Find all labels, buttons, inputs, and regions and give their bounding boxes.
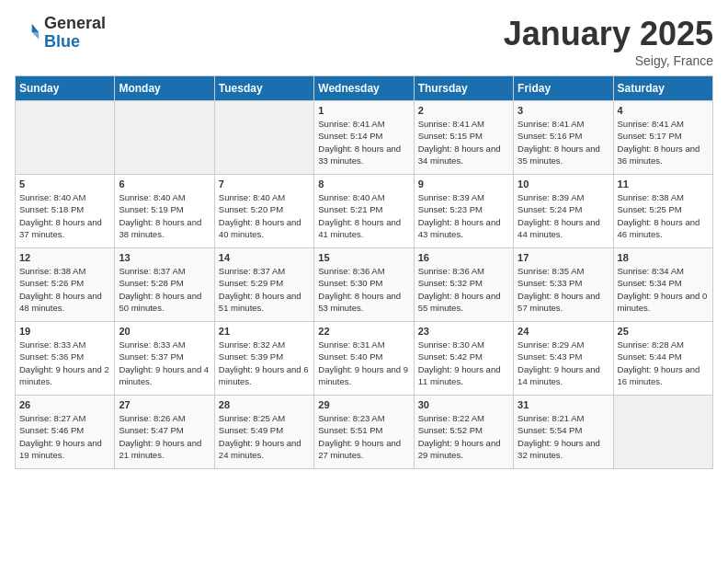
calendar-header-row: SundayMondayTuesdayWednesdayThursdayFrid… [16,76,713,101]
day-info: Sunrise: 8:41 AM Sunset: 5:17 PM Dayligh… [618,118,709,167]
day-number: 3 [518,105,609,116]
day-info: Sunrise: 8:35 AM Sunset: 5:33 PM Dayligh… [518,265,609,314]
day-number: 29 [318,399,409,410]
day-info: Sunrise: 8:40 AM Sunset: 5:21 PM Dayligh… [318,191,409,240]
day-cell: 27Sunrise: 8:26 AM Sunset: 5:47 PM Dayli… [115,396,214,469]
day-number: 25 [618,326,709,337]
day-info: Sunrise: 8:26 AM Sunset: 5:47 PM Dayligh… [119,412,210,461]
day-cell: 20Sunrise: 8:33 AM Sunset: 5:37 PM Dayli… [115,322,214,396]
location: Seigy, France [504,53,713,68]
day-number: 5 [19,178,110,190]
day-info: Sunrise: 8:23 AM Sunset: 5:51 PM Dayligh… [318,412,409,461]
day-number: 20 [119,326,210,337]
day-cell: 30Sunrise: 8:22 AM Sunset: 5:52 PM Dayli… [414,396,513,469]
calendar-table: SundayMondayTuesdayWednesdayThursdayFrid… [15,75,713,469]
day-info: Sunrise: 8:36 AM Sunset: 5:32 PM Dayligh… [418,265,509,314]
day-info: Sunrise: 8:40 AM Sunset: 5:18 PM Dayligh… [19,191,110,240]
day-info: Sunrise: 8:38 AM Sunset: 5:26 PM Dayligh… [19,265,110,314]
logo-general: General [44,15,106,33]
day-cell: 13Sunrise: 8:37 AM Sunset: 5:28 PM Dayli… [115,248,214,322]
logo-icon [15,20,40,46]
day-number: 19 [19,326,110,337]
day-info: Sunrise: 8:38 AM Sunset: 5:25 PM Dayligh… [618,191,709,240]
day-number: 21 [219,326,310,337]
day-number: 13 [119,252,210,263]
week-row-2: 5Sunrise: 8:40 AM Sunset: 5:18 PM Daylig… [16,175,713,248]
day-cell: 31Sunrise: 8:21 AM Sunset: 5:54 PM Dayli… [514,396,613,469]
day-cell: 22Sunrise: 8:31 AM Sunset: 5:40 PM Dayli… [314,322,414,396]
svg-marker-0 [32,24,39,32]
day-info: Sunrise: 8:41 AM Sunset: 5:15 PM Dayligh… [418,118,509,167]
day-cell: 6Sunrise: 8:40 AM Sunset: 5:19 PM Daylig… [115,175,214,248]
day-info: Sunrise: 8:37 AM Sunset: 5:28 PM Dayligh… [119,265,210,314]
day-info: Sunrise: 8:39 AM Sunset: 5:24 PM Dayligh… [518,191,609,240]
svg-marker-1 [32,32,39,39]
day-cell: 5Sunrise: 8:40 AM Sunset: 5:18 PM Daylig… [16,175,115,248]
day-info: Sunrise: 8:21 AM Sunset: 5:54 PM Dayligh… [518,412,609,461]
day-cell: 3Sunrise: 8:41 AM Sunset: 5:16 PM Daylig… [514,101,613,175]
day-cell [613,396,712,469]
day-cell [16,101,115,175]
day-cell: 9Sunrise: 8:39 AM Sunset: 5:23 PM Daylig… [414,175,513,248]
day-cell: 23Sunrise: 8:30 AM Sunset: 5:42 PM Dayli… [414,322,513,396]
day-cell: 25Sunrise: 8:28 AM Sunset: 5:44 PM Dayli… [613,322,712,396]
day-cell [115,101,214,175]
week-row-5: 26Sunrise: 8:27 AM Sunset: 5:46 PM Dayli… [16,396,713,469]
day-info: Sunrise: 8:33 AM Sunset: 5:36 PM Dayligh… [19,339,110,387]
day-cell: 12Sunrise: 8:38 AM Sunset: 5:26 PM Dayli… [16,248,115,322]
day-info: Sunrise: 8:36 AM Sunset: 5:30 PM Dayligh… [318,265,409,314]
header-friday: Friday [514,76,613,101]
day-number: 12 [19,252,110,263]
week-row-1: 1Sunrise: 8:41 AM Sunset: 5:14 PM Daylig… [16,101,713,175]
day-number: 7 [219,178,310,190]
day-info: Sunrise: 8:29 AM Sunset: 5:43 PM Dayligh… [518,339,609,387]
day-cell: 28Sunrise: 8:25 AM Sunset: 5:49 PM Dayli… [214,396,313,469]
day-number: 9 [418,178,509,190]
day-info: Sunrise: 8:41 AM Sunset: 5:16 PM Dayligh… [518,118,609,167]
day-cell: 4Sunrise: 8:41 AM Sunset: 5:17 PM Daylig… [613,101,712,175]
day-cell: 7Sunrise: 8:40 AM Sunset: 5:20 PM Daylig… [214,175,313,248]
header-monday: Monday [115,76,214,101]
day-cell: 11Sunrise: 8:38 AM Sunset: 5:25 PM Dayli… [613,175,712,248]
day-number: 8 [318,178,409,190]
title-block: January 2025 Seigy, France [504,15,713,68]
day-number: 22 [318,326,409,337]
day-info: Sunrise: 8:39 AM Sunset: 5:23 PM Dayligh… [418,191,509,240]
day-number: 30 [418,399,509,410]
day-cell: 26Sunrise: 8:27 AM Sunset: 5:46 PM Dayli… [16,396,115,469]
logo-blue: Blue [44,33,106,52]
day-number: 6 [119,178,210,190]
day-cell: 18Sunrise: 8:34 AM Sunset: 5:34 PM Dayli… [613,248,712,322]
week-row-3: 12Sunrise: 8:38 AM Sunset: 5:26 PM Dayli… [16,248,713,322]
header-saturday: Saturday [613,76,712,101]
day-info: Sunrise: 8:31 AM Sunset: 5:40 PM Dayligh… [318,339,409,387]
day-number: 24 [518,326,609,337]
day-info: Sunrise: 8:40 AM Sunset: 5:20 PM Dayligh… [219,191,310,240]
day-info: Sunrise: 8:28 AM Sunset: 5:44 PM Dayligh… [618,339,709,387]
header-wednesday: Wednesday [314,76,414,101]
day-info: Sunrise: 8:30 AM Sunset: 5:42 PM Dayligh… [418,339,509,387]
day-number: 11 [618,178,709,190]
day-number: 28 [219,399,310,410]
logo: General Blue [15,15,106,52]
day-number: 15 [318,252,409,263]
day-info: Sunrise: 8:33 AM Sunset: 5:37 PM Dayligh… [119,339,210,387]
day-info: Sunrise: 8:37 AM Sunset: 5:29 PM Dayligh… [219,265,310,314]
day-number: 16 [418,252,509,263]
day-cell: 21Sunrise: 8:32 AM Sunset: 5:39 PM Dayli… [214,322,313,396]
day-number: 10 [518,178,609,190]
day-info: Sunrise: 8:25 AM Sunset: 5:49 PM Dayligh… [219,412,310,461]
day-number: 4 [618,105,709,116]
month-title: January 2025 [504,15,713,53]
day-number: 2 [418,105,509,116]
day-cell: 17Sunrise: 8:35 AM Sunset: 5:33 PM Dayli… [514,248,613,322]
day-number: 1 [318,105,409,116]
day-number: 27 [119,399,210,410]
day-number: 26 [19,399,110,410]
day-number: 31 [518,399,609,410]
day-number: 23 [418,326,509,337]
day-cell: 10Sunrise: 8:39 AM Sunset: 5:24 PM Dayli… [514,175,613,248]
day-info: Sunrise: 8:27 AM Sunset: 5:46 PM Dayligh… [19,412,110,461]
header-thursday: Thursday [414,76,513,101]
day-cell: 16Sunrise: 8:36 AM Sunset: 5:32 PM Dayli… [414,248,513,322]
